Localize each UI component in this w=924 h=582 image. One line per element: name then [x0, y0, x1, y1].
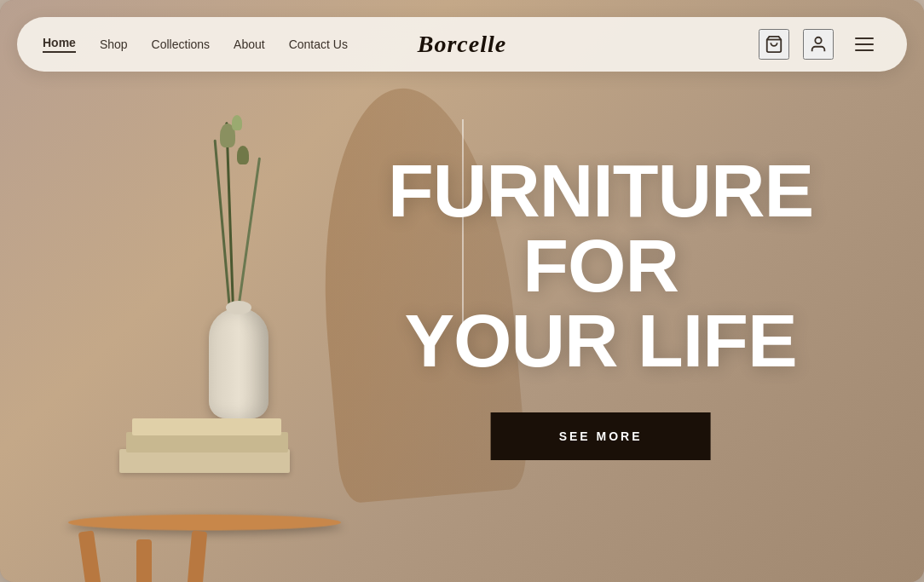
flower-bud-3 [232, 115, 242, 130]
flower-bud-2 [237, 146, 249, 164]
see-more-button[interactable]: SEE MORE [491, 412, 711, 460]
nav-contact[interactable]: Contact Us [289, 37, 348, 51]
stool-leg-3 [136, 539, 152, 582]
hamburger-line-2 [855, 43, 874, 45]
hero-content: FURNITURE FOR YOUR LIFE SEE MORE [370, 153, 832, 460]
hamburger-line-1 [855, 37, 874, 39]
nav-links: Home Shop Collections About Contact Us [43, 36, 759, 53]
book-3 [132, 418, 281, 435]
user-icon [809, 35, 828, 54]
stool-top [66, 515, 343, 531]
nav-home[interactable]: Home [43, 36, 76, 53]
vase [209, 308, 269, 418]
hamburger-button[interactable] [847, 27, 881, 61]
navbar: Home Shop Collections About Contact Us B… [17, 17, 907, 72]
nav-about[interactable]: About [234, 37, 265, 51]
hero-title-line2: YOUR LIFE [404, 298, 796, 383]
nav-collections[interactable]: Collections [152, 37, 210, 51]
nav-shop[interactable]: Shop [100, 37, 128, 51]
hamburger-line-3 [855, 49, 874, 51]
stool-leg-2 [183, 530, 207, 582]
hero-title: FURNITURE FOR YOUR LIFE [370, 153, 832, 378]
svg-point-1 [815, 37, 821, 43]
plant-stem-2 [237, 158, 261, 310]
user-button[interactable] [803, 29, 834, 60]
book-1 [119, 449, 290, 473]
cart-button[interactable] [759, 29, 789, 60]
stool-leg-1 [78, 530, 108, 582]
brand-logo[interactable]: Borcelle [418, 31, 506, 58]
browser-frame: Home Shop Collections About Contact Us B… [0, 0, 924, 582]
cart-icon [765, 35, 783, 54]
nav-icons [759, 27, 881, 61]
hero-title-line1: FURNITURE FOR [388, 148, 813, 308]
